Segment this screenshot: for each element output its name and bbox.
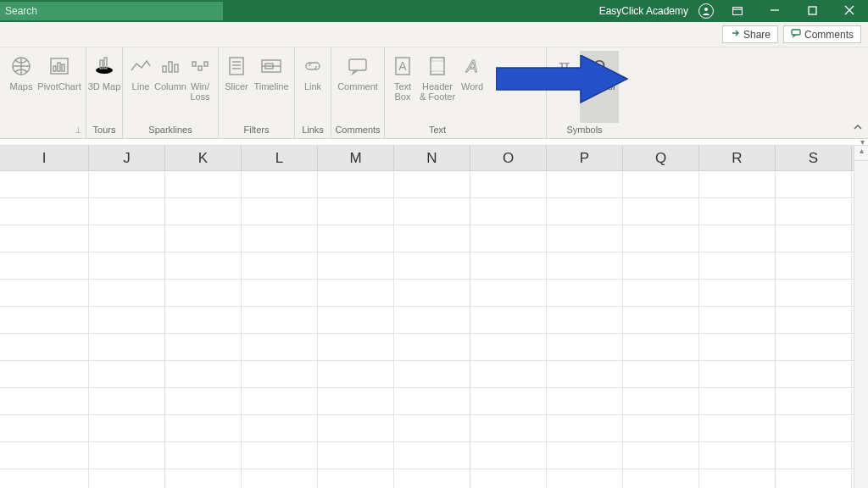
- cell[interactable]: [318, 334, 394, 360]
- cell[interactable]: [165, 442, 242, 469]
- cell[interactable]: [318, 198, 394, 225]
- cell[interactable]: [470, 171, 547, 197]
- cell[interactable]: [623, 280, 699, 306]
- cell[interactable]: [623, 307, 699, 333]
- cell[interactable]: [0, 171, 89, 197]
- cell[interactable]: [623, 198, 699, 225]
- sparkline-line-button[interactable]: Line: [126, 51, 155, 123]
- cell[interactable]: [547, 361, 623, 387]
- column-header[interactable]: R: [699, 146, 776, 170]
- cell[interactable]: [242, 442, 318, 469]
- cell[interactable]: [318, 388, 394, 414]
- cell[interactable]: [394, 469, 470, 488]
- minimize-icon[interactable]: [761, 5, 788, 18]
- cell[interactable]: [699, 280, 776, 306]
- cell[interactable]: [165, 307, 242, 333]
- cell[interactable]: [242, 280, 318, 306]
- cell[interactable]: [318, 469, 394, 488]
- cell[interactable]: [470, 469, 547, 488]
- cell[interactable]: [394, 415, 470, 441]
- share-button[interactable]: Share: [722, 25, 778, 43]
- cell[interactable]: [89, 252, 165, 279]
- timeline-button[interactable]: Timeline: [252, 51, 291, 123]
- cell[interactable]: [242, 388, 318, 414]
- cell[interactable]: [242, 361, 318, 387]
- cell[interactable]: [89, 171, 165, 197]
- cell[interactable]: [0, 469, 89, 488]
- cell[interactable]: [242, 198, 318, 225]
- cell[interactable]: [776, 171, 852, 197]
- cell[interactable]: [165, 252, 242, 279]
- cell[interactable]: [394, 334, 470, 360]
- cell[interactable]: [165, 388, 242, 414]
- cell[interactable]: [699, 388, 776, 414]
- cell[interactable]: [699, 442, 776, 469]
- column-header[interactable]: P: [547, 146, 623, 170]
- avatar[interactable]: [698, 3, 714, 19]
- pivotchart-button[interactable]: PivotChart: [36, 51, 82, 138]
- cell[interactable]: [0, 334, 89, 360]
- cell[interactable]: [89, 442, 165, 469]
- cell[interactable]: [165, 198, 242, 225]
- comments-button[interactable]: Comments: [783, 25, 861, 43]
- cell[interactable]: [776, 361, 852, 387]
- cell[interactable]: [394, 171, 470, 197]
- cell[interactable]: [318, 252, 394, 279]
- cell[interactable]: [776, 225, 852, 252]
- slicer-button[interactable]: Slicer: [222, 51, 251, 123]
- cell[interactable]: [242, 171, 318, 197]
- cell[interactable]: [394, 252, 470, 279]
- cell[interactable]: [0, 198, 89, 225]
- cell[interactable]: [0, 225, 89, 252]
- cell[interactable]: [89, 334, 165, 360]
- account-name[interactable]: EasyClick Academy: [599, 5, 688, 17]
- cell[interactable]: [89, 225, 165, 252]
- cell[interactable]: [89, 388, 165, 414]
- cell[interactable]: [470, 280, 547, 306]
- cell[interactable]: [470, 442, 547, 469]
- cell[interactable]: [242, 334, 318, 360]
- cell[interactable]: [699, 469, 776, 488]
- comment-button[interactable]: Comment: [335, 51, 381, 123]
- cell[interactable]: [547, 469, 623, 488]
- cell[interactable]: [547, 252, 623, 279]
- cell[interactable]: [470, 252, 547, 279]
- cell[interactable]: [623, 415, 699, 441]
- cell[interactable]: [470, 388, 547, 414]
- cell[interactable]: [165, 469, 242, 488]
- cell[interactable]: [89, 307, 165, 333]
- column-header[interactable]: K: [165, 146, 242, 170]
- 3d-map-button[interactable]: 3D Map: [90, 51, 119, 123]
- ribbon-display-icon[interactable]: [724, 5, 751, 18]
- cell[interactable]: [0, 280, 89, 306]
- cell[interactable]: [242, 225, 318, 252]
- cell[interactable]: [394, 225, 470, 252]
- cell[interactable]: [242, 469, 318, 488]
- maps-button[interactable]: Maps: [7, 51, 36, 138]
- cell[interactable]: [165, 280, 242, 306]
- close-icon[interactable]: [836, 5, 863, 18]
- cell[interactable]: [165, 361, 242, 387]
- cell[interactable]: [623, 469, 699, 488]
- column-splitter[interactable]: [0, 139, 868, 146]
- cell[interactable]: [470, 307, 547, 333]
- column-header[interactable]: S: [776, 146, 852, 170]
- cell[interactable]: [623, 388, 699, 414]
- collapse-ribbon-icon[interactable]: [853, 122, 863, 135]
- cell[interactable]: [699, 198, 776, 225]
- sparkline-winloss-button[interactable]: Win/ Loss: [186, 51, 214, 123]
- cell[interactable]: [165, 225, 242, 252]
- cell[interactable]: [776, 388, 852, 414]
- cell[interactable]: [547, 415, 623, 441]
- cell[interactable]: [318, 442, 394, 469]
- cell[interactable]: [776, 307, 852, 333]
- cell[interactable]: [776, 469, 852, 488]
- cell[interactable]: [776, 280, 852, 306]
- cell[interactable]: [776, 442, 852, 469]
- cell[interactable]: [776, 334, 852, 360]
- cell[interactable]: [165, 415, 242, 441]
- cell[interactable]: [394, 280, 470, 306]
- column-header[interactable]: N: [394, 146, 470, 170]
- cell[interactable]: [623, 171, 699, 197]
- cell[interactable]: [0, 415, 89, 441]
